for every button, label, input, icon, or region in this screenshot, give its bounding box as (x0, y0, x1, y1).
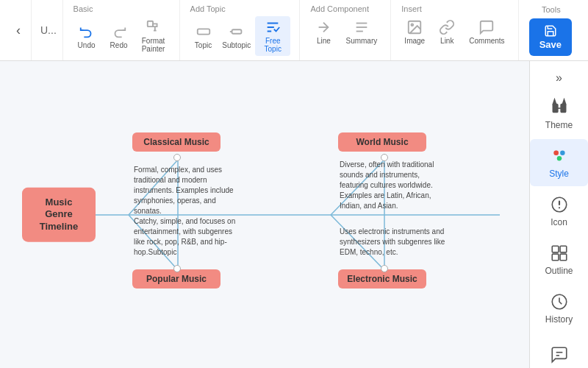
svg-point-25 (553, 150, 559, 155)
topic-button[interactable]: Topic (189, 21, 218, 52)
topic-world[interactable]: World Music (338, 132, 426, 152)
toolbar-nav: ‹ (6, 0, 32, 60)
comments-button[interactable]: Comments (465, 16, 509, 48)
subtopic-button[interactable]: Subtopic (221, 21, 252, 52)
undo-button[interactable]: Undo (72, 21, 101, 52)
summary-label: Summary (345, 37, 377, 45)
add-topic-label: Add Topic (189, 4, 226, 13)
sidebar-item-style[interactable]: Style (530, 139, 588, 186)
basic-buttons: Undo Redo Format Painter (72, 16, 171, 56)
topic-label: Topic (195, 41, 212, 49)
tools-label: Tools (540, 5, 561, 14)
expand-button[interactable]: » (556, 71, 562, 85)
fishbone-diagram: Music Genre Timeline Classical Music Wor… (15, 112, 514, 318)
icon-icon (550, 195, 569, 214)
desc-world: Diverse, often with traditional sounds a… (340, 160, 446, 211)
circle-electronic (381, 265, 388, 272)
svg-point-24 (556, 156, 562, 161)
right-sidebar: » Theme Style Ico (529, 61, 588, 368)
image-button[interactable]: Image (400, 16, 429, 48)
basic-label: Basic (72, 4, 93, 13)
add-component-section: Add Component Line Summary (300, 0, 391, 60)
sidebar-item-theme[interactable]: Theme (530, 91, 588, 138)
svg-rect-20 (561, 105, 566, 113)
svg-point-23 (560, 150, 565, 155)
add-topic-section: Add Topic Topic Subtopic Free Topic (180, 0, 301, 60)
style-label: Style (549, 169, 569, 179)
toolbar: ‹ U... Basic Undo Redo Format Painter Ad… (0, 0, 588, 61)
undo-label: Undo (78, 41, 96, 49)
link-button[interactable]: Link (432, 16, 462, 48)
sidebar-item-feedback[interactable]: Feedback (530, 338, 588, 368)
main-area: Music Genre Timeline Classical Music Wor… (0, 61, 588, 368)
summary-button[interactable]: Summary (341, 16, 381, 48)
link-label: Link (440, 37, 453, 45)
topic-classical[interactable]: Classical Music (132, 132, 220, 152)
sidebar-item-history[interactable]: History (530, 285, 588, 332)
desc-electronic: Uses electronic instruments and synthesi… (340, 227, 446, 258)
add-topic-buttons: Topic Subtopic Free Topic (189, 16, 291, 56)
free-topic-button[interactable]: Free Topic (255, 16, 290, 56)
feedback-icon (550, 345, 569, 364)
outline-label: Outline (545, 266, 573, 276)
sidebar-expand: » (530, 67, 588, 89)
save-label: Save (539, 39, 562, 50)
svg-rect-29 (552, 254, 559, 261)
circle-classical (173, 154, 181, 161)
central-node-label: Music Genre Timeline (40, 196, 79, 232)
desc-popular: Catchy, simple, and focuses on entertain… (134, 216, 240, 258)
outline-icon (550, 244, 569, 263)
desc-classical: Formal, complex, and uses traditional an… (134, 165, 240, 216)
canvas[interactable]: Music Genre Timeline Classical Music Wor… (0, 61, 529, 368)
svg-rect-2 (197, 29, 209, 34)
topic-electronic[interactable]: Electronic Music (338, 269, 426, 289)
svg-point-9 (412, 24, 414, 26)
back-button[interactable]: ‹ (12, 20, 25, 41)
svg-rect-28 (560, 246, 567, 252)
sidebar-item-icon[interactable]: Icon (530, 188, 588, 235)
circle-popular (173, 265, 181, 272)
add-component-buttons: Line Summary (309, 16, 381, 48)
insert-label: Insert (400, 4, 422, 13)
line-button[interactable]: Line (309, 16, 338, 48)
theme-icon (550, 98, 569, 117)
redo-button[interactable]: Redo (104, 21, 134, 52)
history-icon (550, 292, 569, 311)
sidebar-item-outline[interactable]: Outline (530, 236, 588, 283)
comments-label: Comments (469, 37, 504, 45)
svg-rect-0 (147, 21, 152, 26)
svg-rect-27 (552, 246, 559, 252)
basic-section: Basic Undo Redo Format Painter (63, 0, 180, 60)
format-painter-button[interactable]: Format Painter (137, 16, 171, 56)
central-node[interactable]: Music Genre Timeline (22, 187, 96, 242)
svg-rect-19 (553, 105, 558, 113)
format-painter-label: Format Painter (141, 37, 166, 53)
save-button[interactable]: Save (529, 18, 572, 56)
redo-label: Redo (110, 41, 128, 49)
tools-section: Tools Save (519, 0, 582, 60)
icon-label: Icon (551, 217, 567, 227)
line-label: Line (317, 37, 331, 45)
style-icon (550, 146, 569, 166)
circle-world (381, 154, 388, 161)
insert-section: Insert Image Link Comments (391, 0, 518, 60)
svg-rect-3 (232, 29, 241, 34)
image-label: Image (404, 37, 425, 45)
subtopic-label: Subtopic (222, 41, 251, 49)
add-component-label: Add Component (309, 4, 369, 13)
history-label: History (545, 314, 573, 325)
insert-buttons: Image Link Comments (400, 16, 509, 48)
free-topic-label: Free Topic (259, 37, 286, 53)
svg-rect-30 (560, 254, 567, 261)
theme-label: Theme (545, 120, 573, 130)
breadcrumb: U... (32, 0, 63, 60)
